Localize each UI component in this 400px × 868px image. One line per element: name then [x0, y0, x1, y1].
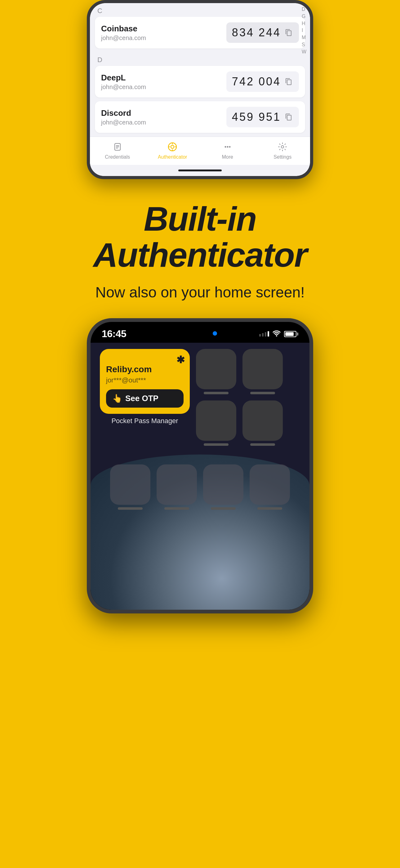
account-name-deepl: DeepL: [101, 73, 146, 83]
section-header-c: C: [90, 3, 310, 17]
widget-container: ✱ Reliby.com jor***@out*** 👆 See OTP Poc…: [91, 343, 309, 446]
svg-point-8: [229, 146, 230, 148]
account-card-coinbase[interactable]: Coinbase john@cena.com 834 244: [95, 17, 305, 49]
account-email-deepl: john@cena.com: [101, 84, 146, 91]
otp-badge-discord[interactable]: 459 951: [226, 107, 299, 127]
dock-icon-1: [110, 464, 151, 505]
more-icon: [222, 141, 234, 153]
dock-label-4: [257, 507, 282, 510]
account-email-discord: john@cena.com: [101, 119, 146, 126]
authenticator-app-content: D G H I M S W C Coinbase john@cena.com: [90, 3, 310, 176]
account-info-deepl: DeepL john@cena.com: [101, 73, 146, 91]
tab-credentials[interactable]: Credentials: [90, 141, 145, 160]
wifi-icon: [272, 330, 281, 338]
home-indicator-top: [90, 165, 310, 176]
otp-badge-coinbase[interactable]: 834 244: [226, 22, 299, 43]
camera-dot: [213, 331, 217, 336]
dynamic-island-bottom: [177, 328, 223, 339]
bottom-app-icon-4[interactable]: [249, 464, 290, 510]
alpha-w[interactable]: W: [302, 49, 306, 55]
alpha-h[interactable]: H: [302, 21, 306, 27]
tab-settings[interactable]: Settings: [255, 141, 310, 160]
bottom-phone-wrapper: 16:45: [0, 318, 400, 632]
app-icon-4: [242, 400, 283, 441]
credentials-icon: [111, 141, 124, 153]
otp-code-discord: 459 951: [232, 111, 281, 124]
otp-code-coinbase: 834 244: [232, 26, 281, 39]
tab-label-settings: Settings: [273, 154, 292, 160]
tab-label-authenticator: Authenticator: [158, 154, 187, 160]
tab-more[interactable]: More: [200, 141, 255, 160]
svg-point-6: [225, 146, 226, 148]
authenticator-icon: [166, 141, 178, 153]
widget-btn-label: See OTP: [125, 394, 159, 403]
dock-label-2: [164, 507, 189, 510]
status-icons: [259, 330, 298, 338]
bottom-app-icon-1[interactable]: [110, 464, 151, 510]
volume-up-button: [87, 384, 88, 406]
home-bar-top: [178, 169, 222, 172]
bottom-app-icon-2[interactable]: [157, 464, 197, 510]
bottom-phone-inner: 16:45: [91, 322, 309, 610]
app-icon-item-2[interactable]: [196, 400, 236, 446]
otp-code-deepl: 742 004: [232, 75, 281, 88]
app-icon-label-2: [204, 443, 229, 446]
dock-icon-4: [249, 464, 290, 505]
tab-authenticator[interactable]: Authenticator: [145, 141, 200, 160]
copy-icon-deepl[interactable]: [284, 77, 293, 86]
dock-icon-3: [203, 464, 243, 505]
bottom-app-icon-3[interactable]: [203, 464, 243, 510]
homescreen: ✱ Reliby.com jor***@out*** 👆 See OTP Poc…: [91, 343, 309, 610]
tab-label-credentials: Credentials: [105, 154, 130, 160]
alpha-s[interactable]: S: [302, 41, 306, 48]
app-icon-3: [242, 349, 283, 389]
tab-label-more: More: [222, 154, 233, 160]
app-icon-item-4[interactable]: [242, 400, 283, 446]
widget-app-label: Pocket Pass Manager: [111, 417, 178, 425]
copy-icon-discord[interactable]: [284, 113, 293, 122]
widget-star-icon: ✱: [176, 354, 185, 366]
headline-subtitle: Now also on your home screen!: [93, 282, 307, 303]
settings-icon: [276, 141, 289, 153]
widget-site-name: Reliby.com: [106, 365, 184, 374]
account-info-discord: Discord john@cena.com: [101, 108, 146, 126]
battery-icon: [284, 331, 298, 337]
account-name-discord: Discord: [101, 108, 146, 118]
power-button: [312, 415, 313, 465]
svg-point-5: [171, 145, 174, 148]
headline-title: Built-inAuthenticator: [93, 201, 307, 273]
account-card-deepl[interactable]: DeepL john@cena.com 742 004: [95, 66, 305, 97]
widget-see-otp-button[interactable]: 👆 See OTP: [106, 389, 184, 408]
alpha-d[interactable]: D: [302, 6, 306, 13]
app-icons-col-2: [242, 349, 283, 446]
tab-bar: Credentials: [90, 136, 310, 165]
dock-icon-2: [157, 464, 197, 505]
app-icon-item-1[interactable]: [196, 349, 236, 394]
top-phone-frame: D G H I M S W C Coinbase john@cena.com: [87, 0, 313, 179]
bottom-phone-frame: 16:45: [87, 318, 313, 614]
alpha-m[interactable]: M: [302, 34, 306, 41]
account-name-coinbase: Coinbase: [101, 24, 146, 34]
copy-icon-coinbase[interactable]: [284, 28, 293, 37]
alpha-i[interactable]: I: [302, 27, 306, 34]
bottom-icons-row: [91, 458, 309, 516]
account-info-coinbase: Coinbase john@cena.com: [101, 24, 146, 41]
app-icon-1: [196, 349, 236, 389]
account-card-discord[interactable]: Discord john@cena.com 459 951: [95, 101, 305, 133]
app-icon-item-3[interactable]: [242, 349, 283, 394]
headline-section: Built-inAuthenticator Now also on your h…: [75, 179, 326, 318]
silent-button: [87, 449, 88, 480]
widget-email: jor***@out***: [106, 376, 184, 384]
signal-icon: [259, 331, 269, 337]
otp-badge-deepl[interactable]: 742 004: [226, 71, 299, 92]
account-email-coinbase: john@cena.com: [101, 34, 146, 41]
alpha-g[interactable]: G: [302, 13, 306, 20]
section-header-d: D: [90, 52, 310, 66]
volume-down-button: [87, 412, 88, 443]
alpha-index: D G H I M S W: [302, 6, 306, 55]
otp-widget[interactable]: ✱ Reliby.com jor***@out*** 👆 See OTP: [100, 349, 190, 414]
app-icon-2: [196, 400, 236, 441]
svg-point-7: [227, 146, 228, 148]
dock-label-1: [118, 507, 143, 510]
top-phone-inner: D G H I M S W C Coinbase john@cena.com: [90, 3, 310, 176]
